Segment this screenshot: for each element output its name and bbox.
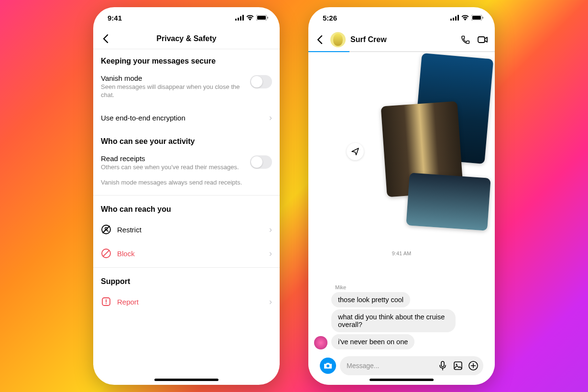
section-reach-title: Who can reach you (93, 197, 280, 218)
status-indicators (450, 15, 483, 21)
messages: Mike those look pretty cool what did you… (308, 284, 495, 385)
svg-point-27 (456, 364, 457, 365)
read-receipts-note: Vanish mode messages always send read re… (93, 178, 280, 194)
svg-rect-21 (482, 17, 483, 19)
phone-settings: 9:41 Privacy & Safety Keeping your messa… (93, 7, 280, 385)
row-e2e[interactable]: Use end-to-end encryption › (93, 106, 280, 130)
image-icon (453, 361, 463, 370)
message-row: what did you think about the cruise over… (314, 309, 489, 332)
gallery-button[interactable] (452, 359, 464, 372)
report-icon (101, 296, 111, 307)
vanish-mode-label: Vanish mode (101, 74, 244, 82)
svg-point-14 (106, 303, 107, 304)
status-bar: 9:41 (93, 7, 280, 28)
svg-rect-24 (441, 361, 444, 367)
audio-call-button[interactable] (459, 33, 472, 46)
vanish-mode-sub: Seen messages will disappear when you cl… (101, 83, 244, 99)
mic-button[interactable] (436, 359, 449, 372)
chevron-left-icon (317, 35, 323, 44)
svg-rect-0 (235, 19, 237, 21)
read-receipts-label: Read receipts (101, 154, 244, 163)
timestamp: 9:41 AM (308, 250, 495, 256)
phone-chat: 5:26 Surf Crew (308, 7, 495, 385)
phone-icon (460, 34, 471, 45)
message-placeholder: Message... (347, 362, 434, 370)
home-indicator (370, 379, 434, 381)
message-input[interactable]: Message... (340, 356, 483, 375)
message-avatar[interactable] (314, 336, 327, 349)
row-report[interactable]: Report › (93, 290, 280, 314)
plus-circle-icon (468, 360, 479, 371)
svg-rect-3 (242, 15, 244, 21)
svg-line-11 (103, 250, 109, 256)
svg-point-23 (327, 365, 329, 368)
battery-icon (471, 15, 483, 21)
home-indicator (154, 379, 218, 381)
vanish-mode-toggle[interactable] (250, 75, 272, 88)
camera-icon (324, 362, 332, 370)
row-vanish-mode: Vanish mode Seen messages will disappear… (93, 69, 280, 106)
svg-rect-6 (267, 17, 268, 19)
svg-rect-17 (455, 16, 457, 21)
svg-rect-5 (257, 16, 266, 20)
add-button[interactable] (467, 359, 479, 372)
mic-icon (438, 361, 447, 370)
camera-button[interactable] (320, 358, 336, 374)
nav-bar: Privacy & Safety (93, 28, 280, 49)
status-indicators (235, 15, 268, 21)
chat-header: Surf Crew (308, 28, 495, 51)
row-read-receipts: Read receipts Others can see when you've… (93, 150, 280, 178)
row-restrict[interactable]: Restrict › (93, 218, 280, 241)
svg-rect-2 (240, 16, 241, 21)
message-bubble[interactable]: what did you think about the cruise over… (331, 309, 456, 332)
svg-rect-20 (472, 16, 481, 20)
cellular-icon (235, 15, 244, 21)
section-support-title: Support (93, 270, 280, 290)
status-time: 5:26 (323, 14, 337, 22)
svg-rect-26 (454, 362, 462, 370)
send-icon (351, 147, 359, 156)
row-block[interactable]: Block › (93, 241, 280, 265)
back-button[interactable] (99, 32, 112, 45)
section-secure-title: Keeping your messages secure (93, 49, 280, 69)
block-label: Block (117, 250, 263, 258)
chevron-right-icon: › (269, 113, 272, 123)
svg-rect-15 (450, 19, 452, 21)
photo-collage[interactable] (370, 56, 489, 233)
svg-rect-1 (238, 18, 239, 21)
settings-content: Keeping your messages secure Vanish mode… (93, 49, 280, 385)
divider (93, 195, 280, 196)
svg-line-9 (103, 226, 110, 233)
battery-icon (256, 15, 268, 21)
share-button[interactable] (347, 143, 364, 160)
chat-avatar[interactable] (330, 32, 346, 47)
sender-name: Mike (335, 284, 489, 290)
chat-title[interactable]: Surf Crew (350, 35, 455, 44)
video-call-button[interactable] (477, 33, 489, 46)
report-label: Report (117, 298, 263, 306)
restrict-icon (101, 224, 111, 235)
chevron-right-icon: › (269, 225, 272, 235)
divider (93, 267, 280, 268)
cellular-icon (450, 15, 459, 21)
svg-rect-22 (478, 37, 485, 43)
chevron-left-icon (103, 34, 109, 44)
read-receipts-toggle[interactable] (250, 155, 272, 169)
chevron-right-icon: › (269, 297, 272, 307)
video-icon (477, 34, 489, 45)
message-bubble[interactable]: those look pretty cool (331, 292, 410, 307)
message-row: i've never been on one (314, 334, 489, 349)
message-bubble[interactable]: i've never been on one (331, 334, 414, 349)
back-button[interactable] (314, 35, 326, 44)
wifi-icon (461, 15, 469, 21)
e2e-label: Use end-to-end encryption (101, 114, 263, 122)
read-receipts-sub: Others can see when you've read their me… (101, 163, 244, 172)
section-activity-title: Who can see your activity (93, 130, 280, 150)
status-bar: 5:26 (308, 7, 495, 28)
page-title: Privacy & Safety (156, 34, 216, 43)
collage-image (406, 173, 490, 231)
restrict-label: Restrict (117, 226, 263, 234)
message-row: those look pretty cool (314, 292, 489, 307)
wifi-icon (246, 15, 254, 21)
svg-rect-18 (457, 15, 459, 21)
